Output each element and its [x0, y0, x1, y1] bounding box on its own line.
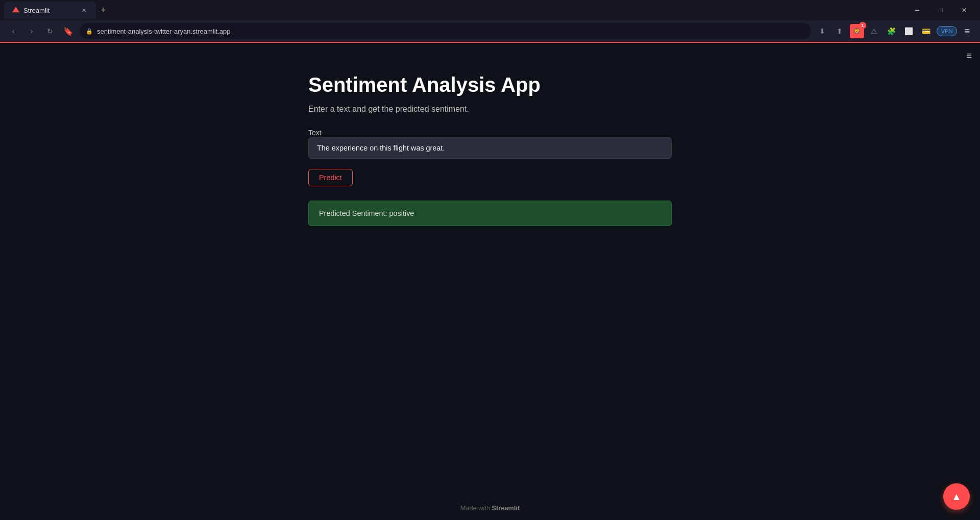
- minimize-button[interactable]: ─: [905, 0, 929, 20]
- bookmark-button[interactable]: 🔖: [61, 24, 76, 38]
- reload-button[interactable]: ↻: [43, 24, 57, 38]
- forward-button[interactable]: ›: [24, 24, 39, 38]
- result-box: Predicted Sentiment: positive: [308, 201, 672, 226]
- extensions-button[interactable]: 🧩: [885, 24, 899, 38]
- hamburger-menu-button[interactable]: ≡: [966, 51, 972, 60]
- app-area: ≡ Sentiment Analysis App Enter a text an…: [0, 43, 980, 520]
- brave-icon: 🦁: [853, 28, 861, 35]
- alert-button[interactable]: ⚠: [867, 24, 881, 38]
- address-bar[interactable]: 🔒 sentiment-analysis-twitter-aryan.strea…: [80, 23, 811, 39]
- nav-actions: ⬇ ⬆ 🦁 1 ⚠ 🧩 ⬜ 💳 VPN ≡: [815, 24, 974, 39]
- text-input[interactable]: [308, 137, 672, 159]
- maximize-button[interactable]: □: [929, 0, 952, 20]
- url-text: sentiment-analysis-twitter-aryan.streaml…: [97, 28, 231, 35]
- tab-title: Streamlit: [23, 7, 50, 14]
- footer-brand: Streamlit: [492, 504, 520, 512]
- wallet-button[interactable]: 💳: [919, 24, 934, 38]
- brave-shield-button[interactable]: 🦁 1: [850, 24, 864, 38]
- browser-menu-button[interactable]: ≡: [960, 24, 974, 39]
- tab-close-button[interactable]: ✕: [80, 6, 88, 14]
- tab-bar: Streamlit ✕ + ─ □ ✕: [0, 0, 980, 20]
- shield-count: 1: [859, 22, 866, 29]
- footer: Made with Streamlit: [0, 496, 980, 520]
- result-text: Predicted Sentiment: positive: [319, 209, 414, 217]
- browser-chrome: Streamlit ✕ + ─ □ ✕ ‹ › ↻ 🔖 🔒 sentiment-…: [0, 0, 980, 43]
- app-subtitle: Enter a text and get the predicted senti…: [308, 105, 672, 114]
- streamlit-fab-icon: ▲: [951, 491, 962, 503]
- main-content: Sentiment Analysis App Enter a text and …: [296, 43, 684, 246]
- vpn-button[interactable]: VPN: [937, 26, 958, 36]
- active-tab[interactable]: Streamlit ✕: [4, 2, 96, 19]
- footer-made-with: Made with: [460, 504, 490, 512]
- predict-button[interactable]: Predict: [308, 169, 353, 186]
- tab-favicon: [12, 7, 19, 14]
- sidebar-layout-button[interactable]: ⬜: [902, 24, 916, 38]
- nav-bar: ‹ › ↻ 🔖 🔒 sentiment-analysis-twitter-ary…: [0, 20, 980, 43]
- share-button[interactable]: ⬆: [832, 24, 847, 38]
- streamlit-fab-button[interactable]: ▲: [943, 483, 970, 510]
- text-field-label: Text: [308, 129, 322, 137]
- lock-icon: 🔒: [86, 28, 93, 35]
- app-title: Sentiment Analysis App: [308, 73, 672, 96]
- new-tab-button[interactable]: +: [96, 3, 110, 17]
- close-button[interactable]: ✕: [952, 0, 976, 20]
- window-controls: ─ □ ✕: [905, 0, 976, 20]
- back-button[interactable]: ‹: [6, 24, 20, 38]
- download-button[interactable]: ⬇: [815, 24, 829, 38]
